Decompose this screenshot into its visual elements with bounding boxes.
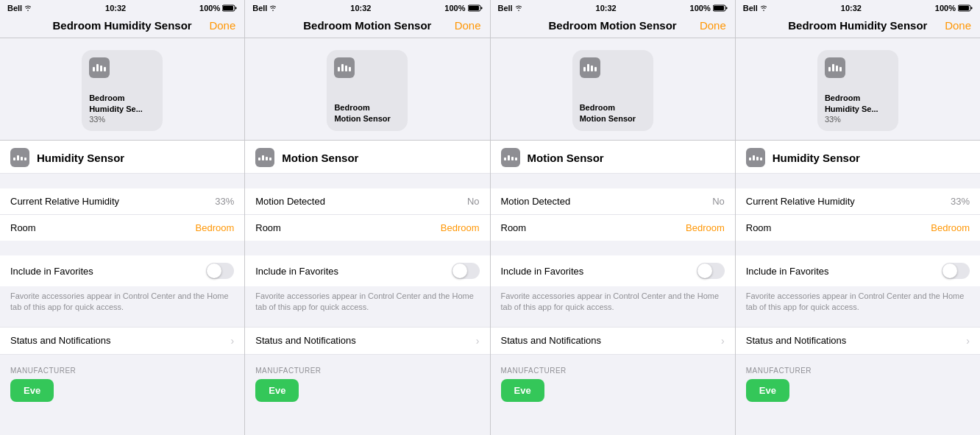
wifi-icon [269, 4, 277, 12]
favorites-section: Include in Favorites [245, 255, 489, 286]
device-card-area: Bedroom Motion Sensor [245, 38, 489, 141]
table-row[interactable]: RoomBedroom [736, 215, 980, 241]
favorites-section: Include in Favorites [491, 255, 735, 286]
status-notifications-row[interactable]: Status and Notifications› [0, 327, 244, 355]
nav-bar: Bedroom Humidity SensorDone [736, 15, 980, 38]
wifi-icon [515, 4, 522, 12]
manufacturer-button[interactable]: Eve [255, 379, 299, 402]
favorites-toggle[interactable] [942, 263, 970, 279]
status-time: 10:32 [596, 4, 617, 13]
status-time: 10:32 [350, 4, 371, 13]
toggle-knob [452, 264, 467, 278]
carrier-label: Bell [252, 4, 267, 13]
table-row[interactable]: RoomBedroom [491, 215, 735, 241]
info-table: Motion DetectedNoRoomBedroom [245, 188, 489, 241]
sensor-icon [89, 57, 110, 78]
done-button[interactable]: Done [452, 19, 481, 32]
device-card[interactable]: Bedroom Humidity Se...33% [817, 50, 898, 131]
section-sensor-icon [501, 148, 520, 167]
chevron-right-icon: › [476, 335, 480, 347]
sensor-icon [825, 57, 845, 78]
table-row[interactable]: RoomBedroom [0, 215, 244, 241]
status-right: 100% [199, 4, 237, 13]
nav-bar: Bedroom Humidity SensorDone [0, 15, 244, 38]
status-left: Bell [743, 4, 767, 13]
manufacturer-section: MANUFACTUREREve [736, 362, 980, 403]
done-button[interactable]: Done [942, 19, 971, 32]
manufacturer-button[interactable]: Eve [746, 379, 789, 402]
svg-rect-11 [971, 7, 973, 10]
nav-title: Bedroom Motion Sensor [283, 19, 451, 32]
status-notifications-row[interactable]: Status and Notifications› [736, 327, 980, 355]
include-favorites-row[interactable]: Include in Favorites [0, 255, 244, 286]
row-label: Current Relative Humidity [746, 196, 855, 207]
row-value: 33% [215, 196, 234, 207]
svg-rect-8 [725, 7, 727, 10]
svg-rect-1 [223, 6, 233, 10]
favorites-section: Include in Favorites [0, 255, 244, 286]
content-area: Motion DetectedNoRoomBedroomInclude in F… [491, 174, 735, 435]
manufacturer-label: MANUFACTURER [746, 367, 970, 375]
nav-title: Bedroom Humidity Sensor [38, 19, 206, 32]
include-favorites-row[interactable]: Include in Favorites [245, 255, 489, 286]
status-notifications-row[interactable]: Status and Notifications› [245, 327, 489, 355]
status-notifications-row[interactable]: Status and Notifications› [491, 327, 735, 355]
battery-label: 100% [690, 4, 711, 13]
section-title: Motion Sensor [282, 152, 358, 164]
row-label: Room [255, 222, 281, 233]
device-card-label: Bedroom Humidity Se... [89, 93, 143, 114]
row-value[interactable]: Bedroom [931, 222, 970, 233]
nav-bar: Bedroom Motion SensorDone [491, 15, 735, 38]
include-favorites-row[interactable]: Include in Favorites [491, 255, 735, 286]
info-table: Current Relative Humidity33%RoomBedroom [736, 188, 980, 241]
nav-title: Bedroom Humidity Sensor [774, 19, 942, 32]
table-row: Motion DetectedNo [245, 188, 489, 215]
row-value[interactable]: Bedroom [196, 222, 235, 233]
device-card-area: Bedroom Motion Sensor [491, 38, 735, 141]
row-value: No [712, 196, 725, 207]
row-label: Room [746, 222, 772, 233]
status-right: 100% [690, 4, 728, 13]
carrier-label: Bell [743, 4, 758, 13]
status-bar: Bell 10:32 100% [245, 0, 489, 15]
favorites-toggle[interactable] [206, 263, 234, 279]
table-row[interactable]: RoomBedroom [245, 215, 489, 241]
device-card[interactable]: Bedroom Motion Sensor [327, 50, 408, 131]
battery-label: 100% [444, 4, 465, 13]
device-card[interactable]: Bedroom Motion Sensor [572, 50, 653, 131]
toggle-knob [942, 264, 957, 278]
battery-icon [713, 4, 728, 12]
svg-rect-10 [959, 6, 969, 10]
content-area: Current Relative Humidity33%RoomBedroomI… [736, 174, 980, 435]
done-button[interactable]: Done [206, 19, 235, 32]
status-left: Bell [252, 4, 277, 13]
favorites-toggle[interactable] [697, 263, 725, 279]
row-label: Motion Detected [501, 196, 571, 207]
device-card[interactable]: Bedroom Humidity Se...33% [82, 50, 163, 131]
carrier-label: Bell [7, 4, 22, 13]
done-button[interactable]: Done [697, 19, 726, 32]
row-value: No [467, 196, 480, 207]
manufacturer-button[interactable]: Eve [501, 379, 544, 402]
favorites-helper-text: Favorite accessories appear in Control C… [245, 286, 489, 319]
iphone-panel-1: Bell 10:32 100% Bedroom Humidity SensorD… [0, 0, 245, 435]
section-header: Motion Sensor [245, 141, 489, 174]
device-card-area: Bedroom Humidity Se...33% [0, 38, 244, 141]
include-favorites-row[interactable]: Include in Favorites [736, 255, 980, 286]
include-favorites-label: Include in Favorites [255, 266, 338, 277]
status-bar: Bell 10:32 100% [736, 0, 980, 15]
device-card-sub: 33% [825, 115, 841, 124]
svg-rect-4 [469, 6, 479, 10]
status-right: 100% [935, 4, 973, 13]
section-sensor-icon [746, 148, 765, 167]
row-value[interactable]: Bedroom [686, 222, 725, 233]
row-value[interactable]: Bedroom [441, 222, 480, 233]
content-area: Motion DetectedNoRoomBedroomInclude in F… [245, 174, 489, 435]
battery-icon [468, 4, 483, 12]
nav-title: Bedroom Motion Sensor [529, 19, 697, 32]
favorites-toggle[interactable] [452, 263, 480, 279]
manufacturer-button[interactable]: Eve [10, 379, 54, 402]
info-table: Current Relative Humidity33%RoomBedroom [0, 188, 244, 241]
manufacturer-label: MANUFACTURER [501, 367, 725, 375]
status-left: Bell [498, 4, 522, 13]
